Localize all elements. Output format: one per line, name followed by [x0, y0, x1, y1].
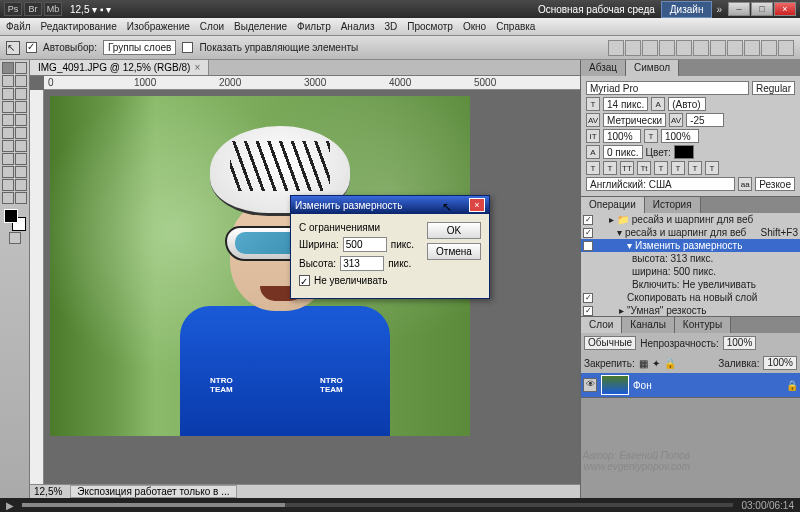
workspace-more-icon[interactable]: »	[716, 4, 722, 15]
style-strike[interactable]: T	[705, 161, 719, 175]
hscale-field[interactable]: 100%	[661, 129, 699, 143]
color-swatches[interactable]	[4, 209, 26, 231]
kerning-field[interactable]: Метрически	[603, 113, 666, 127]
tab-channels[interactable]: Каналы	[622, 317, 675, 333]
heal-tool[interactable]	[2, 101, 14, 113]
align-icon[interactable]	[744, 40, 760, 56]
baseline-field[interactable]: 0 пикс.	[603, 145, 643, 159]
menu-file[interactable]: Файл	[6, 21, 31, 32]
progress-bar[interactable]	[22, 503, 733, 507]
align-icon[interactable]	[710, 40, 726, 56]
font-style-dropdown[interactable]: Regular	[752, 81, 795, 95]
action-check[interactable]: ✓	[583, 228, 593, 238]
dodge-tool[interactable]	[15, 140, 27, 152]
status-zoom[interactable]: 12,5%	[34, 486, 62, 497]
minimize-button[interactable]: –	[728, 2, 750, 16]
layer-row[interactable]: 👁 Фон 🔒	[581, 373, 800, 397]
style-bold[interactable]: T	[586, 161, 600, 175]
close-button[interactable]: ×	[774, 2, 796, 16]
gradient-tool[interactable]	[15, 127, 27, 139]
lock-pixels-icon[interactable]: ▦	[639, 358, 648, 369]
wand-tool[interactable]	[15, 75, 27, 87]
menu-help[interactable]: Справка	[496, 21, 535, 32]
action-check[interactable]: ✓	[583, 241, 593, 251]
menu-select[interactable]: Выделение	[234, 21, 287, 32]
height-input[interactable]	[340, 256, 384, 271]
align-icon[interactable]	[778, 40, 794, 56]
antialias-dropdown[interactable]: Резкое	[755, 177, 795, 191]
tab-layers[interactable]: Слои	[581, 317, 622, 333]
action-step[interactable]: Скопировать на новый слой	[627, 292, 798, 303]
menu-image[interactable]: Изображение	[127, 21, 190, 32]
type-tool[interactable]	[15, 153, 27, 165]
action-step[interactable]: Изменить размерность	[635, 240, 798, 251]
style-caps[interactable]: TT	[620, 161, 634, 175]
font-size-field[interactable]: 14 пикс.	[603, 97, 648, 111]
align-icon[interactable]	[727, 40, 743, 56]
eraser-tool[interactable]	[2, 127, 14, 139]
brush-tool[interactable]	[15, 101, 27, 113]
text-color-swatch[interactable]	[674, 145, 694, 159]
fill-field[interactable]: 100%	[763, 356, 797, 370]
hand-tool[interactable]	[15, 179, 27, 191]
layer-name[interactable]: Фон	[633, 380, 652, 391]
menu-window[interactable]: Окно	[463, 21, 486, 32]
tab-paragraph[interactable]: Абзац	[581, 60, 626, 76]
marquee-tool[interactable]	[15, 62, 27, 74]
document-tab[interactable]: IMG_4091.JPG @ 12,5% (RGB/8)×	[30, 60, 209, 75]
align-icon[interactable]	[659, 40, 675, 56]
crop-tool[interactable]	[2, 88, 14, 100]
lock-position-icon[interactable]: ✦	[652, 358, 660, 369]
pen-tool[interactable]	[2, 153, 14, 165]
maximize-button[interactable]: □	[751, 2, 773, 16]
menu-filter[interactable]: Фильтр	[297, 21, 331, 32]
language-dropdown[interactable]: Английский: США	[586, 177, 735, 191]
width-input[interactable]	[343, 237, 387, 252]
menu-edit[interactable]: Редактирование	[41, 21, 117, 32]
menu-3d[interactable]: 3D	[384, 21, 397, 32]
align-icon[interactable]	[625, 40, 641, 56]
style-underline[interactable]: T	[688, 161, 702, 175]
video-playbar[interactable]: ▶ 03:00 / 06:14	[0, 498, 800, 512]
blend-mode-dropdown[interactable]: Обычные	[584, 336, 636, 350]
bridge-icon[interactable]: Br	[24, 2, 42, 16]
history-brush-tool[interactable]	[15, 114, 27, 126]
status-info[interactable]: Экспозиция работает только в ...	[70, 485, 236, 498]
font-family-dropdown[interactable]: Myriad Pro	[586, 81, 749, 95]
tracking-field[interactable]: -25	[686, 113, 724, 127]
3d-tool[interactable]	[2, 179, 14, 191]
style-sub[interactable]: T	[671, 161, 685, 175]
design-workspace-button[interactable]: Дизайн	[661, 1, 713, 18]
opacity-field[interactable]: 100%	[723, 336, 757, 350]
align-icon[interactable]	[642, 40, 658, 56]
no-enlarge-checkbox[interactable]: ✓	[299, 275, 310, 286]
autoselect-dropdown[interactable]: Группы слоев	[103, 40, 176, 55]
mb-icon[interactable]: Mb	[44, 2, 62, 16]
show-controls-checkbox[interactable]	[182, 42, 193, 53]
autoselect-checkbox[interactable]	[26, 42, 37, 53]
tab-paths[interactable]: Контуры	[675, 317, 731, 333]
path-tool[interactable]	[2, 166, 14, 178]
leading-field[interactable]: (Авто)	[668, 97, 706, 111]
dialog-close-button[interactable]: ×	[469, 198, 485, 212]
move-tool[interactable]	[2, 62, 14, 74]
menu-layer[interactable]: Слои	[200, 21, 224, 32]
eyedropper-tool[interactable]	[15, 88, 27, 100]
action-step[interactable]: "Умная" резкость	[627, 305, 798, 316]
menu-analysis[interactable]: Анализ	[341, 21, 375, 32]
style-super[interactable]: T	[654, 161, 668, 175]
play-icon[interactable]: ▶	[6, 500, 14, 511]
align-icon[interactable]	[693, 40, 709, 56]
ok-button[interactable]: OK	[427, 222, 481, 239]
blur-tool[interactable]	[2, 140, 14, 152]
lasso-tool[interactable]	[2, 75, 14, 87]
zoom-tool[interactable]	[2, 192, 14, 204]
align-icon[interactable]	[761, 40, 777, 56]
cancel-button[interactable]: Отмена	[427, 243, 481, 260]
menu-view[interactable]: Просмотр	[407, 21, 453, 32]
dialog-titlebar[interactable]: Изменить размерность ×	[291, 196, 489, 214]
quickmask-tool[interactable]	[9, 232, 21, 244]
shape-tool[interactable]	[15, 166, 27, 178]
style-italic[interactable]: T	[603, 161, 617, 175]
tab-history[interactable]: История	[645, 197, 701, 213]
